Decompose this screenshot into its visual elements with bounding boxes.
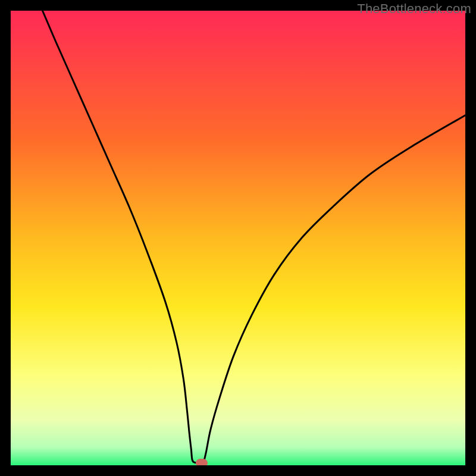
chart-canvas [11,11,465,465]
chart-frame: TheBottleneck.com [0,0,476,476]
gradient-background [11,11,465,465]
plot-area [11,11,465,465]
watermark-text: TheBottleneck.com [357,1,471,17]
bottleneck-minimum-marker [196,459,208,465]
